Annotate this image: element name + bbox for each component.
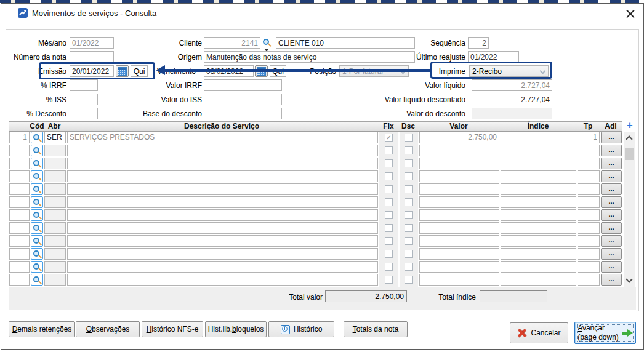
cod-cell[interactable] [9,209,30,221]
fix-checkbox[interactable] [385,224,393,232]
indice-cell[interactable] [501,158,576,169]
historico-button[interactable]: Histórico [268,321,334,337]
dsc-checkbox[interactable] [405,211,413,219]
adi-button[interactable]: ... [601,261,622,273]
lookup-button[interactable] [31,274,43,286]
lookup-button[interactable] [31,235,43,247]
tp-cell[interactable] [578,170,600,182]
indice-cell[interactable] [501,145,576,156]
cod-cell[interactable] [9,158,30,169]
abr-cell[interactable] [44,235,66,247]
abr-cell[interactable] [44,248,66,260]
tp-cell[interactable] [578,274,600,286]
tp-cell[interactable] [578,209,600,221]
valor-cell[interactable] [419,158,499,169]
tp-cell[interactable] [578,222,600,234]
tp-cell[interactable] [578,145,600,156]
abr-cell[interactable] [44,209,66,221]
descricao-cell[interactable] [67,196,378,208]
vertical-scrollbar[interactable] [624,132,635,287]
dsc-checkbox[interactable] [405,146,413,154]
adi-button[interactable]: ... [601,235,622,247]
cliente-search-icon[interactable] [262,38,271,47]
cod-cell[interactable] [9,248,30,260]
abr-cell[interactable] [44,274,66,286]
indice-cell[interactable] [501,222,576,234]
dsc-checkbox[interactable] [405,185,413,193]
dsc-checkbox[interactable] [405,159,413,167]
adi-button[interactable]: ... [601,222,622,234]
cod-cell[interactable] [9,222,30,234]
fix-checkbox[interactable] [385,237,393,245]
dsc-checkbox[interactable] [405,198,413,206]
add-row-icon[interactable]: + [624,121,635,132]
fix-checkbox[interactable] [385,159,393,167]
valor-cell[interactable] [419,261,499,273]
dsc-checkbox[interactable] [405,276,413,284]
descricao-cell[interactable] [67,170,378,182]
valor-cell[interactable] [419,170,499,182]
descricao-cell[interactable] [67,183,378,195]
lookup-button[interactable] [31,209,43,221]
sequencia-input[interactable] [468,37,489,49]
adi-button[interactable]: ... [601,209,622,221]
valor-cell[interactable] [419,274,499,286]
valor-cell[interactable] [419,145,499,156]
valor-liquido-input[interactable] [472,79,552,91]
cod-cell[interactable] [9,145,30,156]
adi-button[interactable]: ... [601,248,622,260]
descricao-cell[interactable]: SERVIÇOS PRESTADOS [67,132,378,143]
abr-cell[interactable] [44,196,66,208]
descricao-cell[interactable] [67,261,378,273]
lookup-button[interactable] [31,145,43,156]
pct-desconto-input[interactable] [70,108,98,119]
valor-irrf-input[interactable] [204,79,282,91]
tp-cell[interactable] [578,158,600,169]
abr-cell[interactable] [44,170,66,182]
hist-lib-bloqueios-button[interactable]: Hist.lib.bloqueios [205,321,267,337]
valor-cell[interactable] [419,248,499,260]
abr-cell[interactable] [44,261,66,273]
descricao-cell[interactable] [67,158,378,169]
lookup-button[interactable] [31,158,43,169]
demais-retencoes-button[interactable]: Demais retenções [9,321,75,337]
scrollbar-thumb[interactable] [625,148,634,160]
cod-cell[interactable] [9,235,30,247]
fix-checkbox[interactable] [385,263,393,271]
valor-desconto-input[interactable] [472,108,552,119]
fix-checkbox[interactable] [385,276,393,284]
indice-cell[interactable] [501,183,576,195]
valor-cell[interactable] [419,183,499,195]
valor-cell[interactable] [419,235,499,247]
base-desconto-input[interactable] [204,108,282,119]
mes-ano-input[interactable] [70,37,114,49]
valor-liquido-descontado-input[interactable] [472,94,552,105]
lookup-button[interactable] [31,248,43,260]
dsc-checkbox[interactable] [405,134,413,142]
lookup-button[interactable] [31,261,43,273]
lookup-button[interactable] [31,183,43,195]
totais-da-nota-button[interactable]: Totais da nota [344,321,408,337]
abr-cell[interactable] [44,145,66,156]
dsc-checkbox[interactable] [405,250,413,258]
descricao-cell[interactable] [67,222,378,234]
tp-cell[interactable] [578,248,600,260]
tp-cell[interactable] [578,196,600,208]
cod-cell[interactable] [9,170,30,182]
adi-button[interactable]: ... [601,196,622,208]
tp-cell[interactable] [578,261,600,273]
tp-cell[interactable] [578,183,600,195]
abr-cell[interactable] [44,183,66,195]
scroll-up-icon[interactable] [626,135,632,142]
indice-cell[interactable] [501,196,576,208]
indice-cell[interactable] [501,235,576,247]
adi-button[interactable]: ... [601,145,622,156]
valor-cell[interactable]: 2.750,00 [419,132,499,143]
indice-cell[interactable] [501,170,576,182]
tp-cell[interactable]: 1 [578,132,600,143]
adi-button[interactable]: ... [601,170,622,182]
indice-cell[interactable] [501,274,576,286]
dsc-checkbox[interactable] [405,237,413,245]
descricao-cell[interactable] [67,235,378,247]
descricao-cell[interactable] [67,274,378,286]
